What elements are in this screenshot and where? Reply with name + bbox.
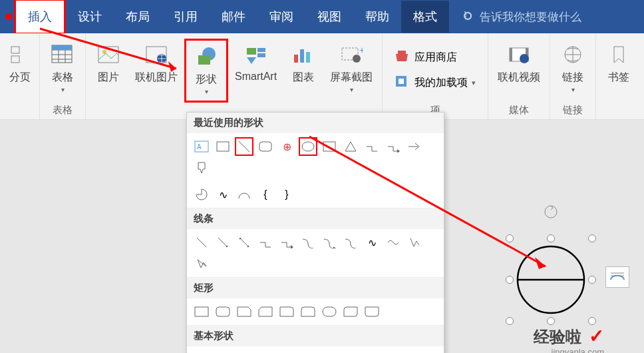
shape-elbow[interactable] (363, 137, 381, 156)
line-11[interactable] (405, 233, 424, 252)
bookmark-button[interactable]: 书签 (599, 39, 639, 103)
chevron-down-icon: ▾ (350, 86, 353, 93)
shape-textbox[interactable]: A (192, 137, 211, 156)
basic-diamond[interactable] (363, 350, 381, 353)
tab-insert[interactable]: 插入 (14, 0, 66, 35)
rect-8[interactable] (341, 302, 360, 321)
shape-round-rect[interactable] (256, 137, 275, 156)
resize-handle[interactable] (588, 317, 596, 325)
resize-handle[interactable] (506, 317, 514, 325)
search-icon (462, 9, 474, 24)
screenshot-button[interactable]: + 屏幕截图 ▾ (323, 39, 379, 103)
basic-hex[interactable] (405, 350, 424, 353)
online-video-button[interactable]: 联机视频 (491, 39, 547, 101)
video-icon (506, 41, 532, 68)
svg-rect-15 (198, 55, 210, 65)
rotate-handle-icon[interactable] (543, 204, 559, 220)
tab-mailings[interactable]: 邮件 (210, 1, 257, 33)
online-picture-button[interactable]: 联机图片 (128, 39, 184, 103)
shape-pie[interactable] (192, 185, 211, 204)
table-button[interactable]: 表格 ▾ (43, 39, 82, 101)
tab-view[interactable]: 视图 (305, 1, 353, 33)
shape-elbow-arrow[interactable] (384, 137, 402, 156)
line-3[interactable] (235, 233, 253, 252)
line-4[interactable] (256, 233, 275, 252)
chart-button[interactable]: 图表 (283, 39, 323, 103)
app-store-button[interactable]: 应用商店 (395, 49, 457, 65)
basic-rect[interactable] (214, 350, 232, 353)
line-9[interactable]: ∿ (363, 233, 381, 252)
rect-4[interactable] (256, 302, 275, 321)
shape-connector[interactable]: ⊕ (277, 137, 296, 156)
picture-button[interactable]: 图片 (88, 39, 128, 103)
shape-rect2[interactable] (320, 137, 339, 156)
page-break-button[interactable]: 分页 (0, 39, 40, 103)
shape-arc[interactable] (235, 185, 253, 204)
rect-1[interactable] (192, 302, 211, 321)
inserted-shape-selection[interactable] (491, 213, 611, 333)
basic-para[interactable] (320, 350, 339, 353)
shape-arrow-right[interactable] (405, 137, 424, 156)
resize-handle[interactable] (547, 317, 555, 325)
basic-rrect[interactable] (235, 350, 253, 353)
basic-trap[interactable] (341, 350, 360, 353)
shapes-section-basic: 基本形状 (187, 326, 444, 346)
svg-rect-16 (247, 48, 256, 55)
shape-triangle[interactable] (341, 137, 360, 156)
svg-point-100 (545, 206, 557, 218)
tab-design[interactable]: 设计 (66, 1, 114, 33)
shape-oval[interactable] (299, 137, 317, 156)
rect-7[interactable] (320, 302, 339, 321)
resize-handle[interactable] (506, 234, 514, 242)
tab-layout[interactable]: 布局 (114, 1, 162, 33)
resize-handle[interactable] (588, 234, 596, 242)
smartart-button[interactable]: SmartArt (228, 39, 283, 103)
shape-rect[interactable] (214, 137, 232, 156)
line-10[interactable] (384, 233, 402, 252)
tab-review[interactable]: 审阅 (257, 1, 305, 33)
shapes-section-rects: 矩形 (187, 278, 444, 298)
shape-rbrace[interactable]: } (277, 185, 296, 204)
svg-rect-22 (306, 52, 310, 63)
resize-handle[interactable] (547, 234, 555, 242)
basic-rtri[interactable] (299, 350, 317, 353)
shape-lbrace[interactable]: { (256, 185, 275, 204)
shape-line[interactable] (235, 137, 253, 156)
rect-9[interactable] (363, 302, 381, 321)
tab-references[interactable]: 引用 (162, 1, 210, 33)
rect-5[interactable] (277, 302, 296, 321)
group-label-links: 链接 (563, 101, 583, 119)
line-12[interactable] (192, 254, 211, 273)
tab-format[interactable]: 格式 (401, 1, 449, 33)
basic-textbox[interactable] (192, 350, 211, 353)
layout-options-button[interactable] (605, 266, 629, 288)
shapes-label: 形状 (196, 73, 217, 87)
resize-handle[interactable] (588, 276, 596, 284)
line-8[interactable] (341, 233, 360, 252)
line-2[interactable] (214, 233, 232, 252)
svg-point-39 (302, 142, 314, 151)
highlight-dot (5, 13, 12, 20)
line-5[interactable] (277, 233, 296, 252)
shape-arrow-down[interactable] (192, 159, 211, 177)
resize-handle[interactable] (506, 276, 514, 284)
shapes-section-recent: 最近使用的形状 (187, 113, 444, 133)
rect-2[interactable] (214, 302, 232, 321)
smartart-label: SmartArt (235, 71, 277, 83)
my-addins-button[interactable]: 我的加载项 ▾ (395, 75, 476, 91)
basic-tri[interactable] (277, 350, 296, 353)
line-1[interactable] (192, 233, 211, 252)
shape-curve[interactable]: ∿ (214, 185, 232, 204)
search-placeholder: 告诉我你想要做什么 (480, 9, 581, 25)
basic-pent[interactable] (384, 350, 402, 353)
picture-label: 图片 (98, 71, 119, 85)
tell-me-search[interactable]: 告诉我你想要做什么 (462, 9, 581, 25)
rect-3[interactable] (235, 302, 253, 321)
rect-6[interactable] (299, 302, 317, 321)
line-7[interactable] (320, 233, 339, 252)
line-6[interactable] (299, 233, 317, 252)
tab-help[interactable]: 帮助 (353, 1, 401, 33)
links-button[interactable]: 链接 ▾ (553, 39, 593, 101)
shapes-button[interactable]: 形状 ▾ (184, 39, 228, 103)
basic-oval[interactable] (256, 350, 275, 353)
